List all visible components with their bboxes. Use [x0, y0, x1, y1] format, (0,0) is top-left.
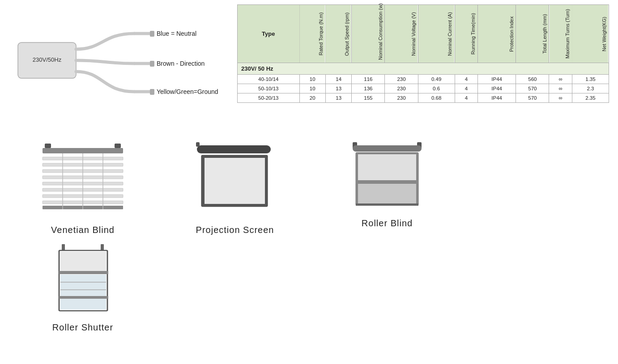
- specs-table: Type Rated Torque (N.m) Output Speed (rp…: [237, 4, 609, 103]
- svg-rect-43: [60, 252, 106, 272]
- col-net-weight: Net Weight(KG): [572, 5, 609, 63]
- cell-protection-1: IP44: [478, 84, 516, 93]
- svg-rect-27: [196, 142, 200, 147]
- cell-protection-0: IP44: [478, 75, 516, 84]
- cell-voltage-2: 230: [385, 93, 418, 103]
- svg-rect-3: [150, 31, 154, 37]
- cell-runtime-2: 4: [455, 93, 478, 103]
- cell-weight-1: 2.3: [572, 84, 609, 93]
- svg-rect-39: [101, 244, 104, 250]
- cell-torque-2: 20: [299, 93, 325, 103]
- cell-length-2: 570: [516, 93, 549, 103]
- svg-text:230V/50Hz: 230V/50Hz: [33, 56, 62, 63]
- svg-rect-48: [59, 296, 108, 299]
- product-projection-screen: Projection Screen: [161, 135, 309, 235]
- venetian-blind-label: Venetian Blind: [51, 225, 115, 235]
- cell-consumption-2: 155: [352, 93, 385, 103]
- cell-type-2: 50-20/13: [238, 93, 300, 103]
- svg-text:Brown  -  Direction: Brown - Direction: [157, 60, 205, 67]
- cell-protection-2: IP44: [478, 93, 516, 103]
- cell-voltage-1: 230: [385, 84, 418, 93]
- cell-consumption-0: 116: [352, 75, 385, 84]
- projection-screen-label: Projection Screen: [196, 225, 274, 235]
- svg-rect-34: [358, 154, 416, 180]
- cell-weight-0: 1.35: [572, 75, 609, 84]
- svg-rect-7: [150, 89, 154, 95]
- cell-current-1: 0.6: [418, 84, 455, 93]
- cell-runtime-0: 4: [455, 75, 478, 84]
- svg-rect-12: [115, 144, 121, 148]
- cell-torque-1: 10: [299, 84, 325, 93]
- svg-text:Yellow/Green=Ground: Yellow/Green=Ground: [157, 88, 218, 95]
- cell-length-1: 570: [516, 84, 549, 93]
- svg-rect-37: [356, 203, 418, 206]
- cell-consumption-1: 136: [352, 84, 385, 93]
- svg-rect-13: [43, 148, 123, 153]
- specs-table-container: Type Rated Torque (N.m) Output Speed (rp…: [237, 4, 609, 103]
- col-rated-torque: Rated Torque (N.m): [299, 5, 325, 63]
- cell-current-2: 0.68: [418, 93, 455, 103]
- col-total-length: Total Length (mm): [516, 5, 549, 63]
- svg-rect-38: [62, 244, 65, 250]
- bottom-section: Venetian Blind Projection Screen: [9, 135, 609, 333]
- col-maximum-turns: Maximum Turns (Turn): [549, 5, 572, 63]
- col-output-speed: Output Speed (rpm): [325, 5, 351, 63]
- cell-runtime-1: 4: [455, 84, 478, 93]
- wire-diagram: 230V/50Hz Blue = Neutral Brown - Directi…: [9, 4, 228, 122]
- col-running-time: Running Time(min): [455, 5, 478, 63]
- col-nominal-consumption: Nominal Consumption (w): [352, 5, 385, 63]
- product-roller-shutter: Roller Shutter: [9, 240, 157, 333]
- roller-blind-label: Roller Blind: [362, 218, 413, 229]
- svg-rect-26: [197, 145, 271, 153]
- svg-text:Blue  =  Neutral: Blue = Neutral: [157, 30, 196, 37]
- svg-rect-29: [205, 158, 265, 204]
- svg-rect-11: [45, 144, 51, 148]
- col-nominal-current: Nominal Current (A): [418, 5, 455, 63]
- cell-speed-0: 14: [325, 75, 351, 84]
- col-type: Type: [238, 5, 300, 63]
- cell-type-0: 40-10/14: [238, 75, 300, 84]
- cell-speed-1: 13: [325, 84, 351, 93]
- table-row: 40-10/14 10 14 116 230 0.49 4 IP44 560 ∞…: [238, 75, 609, 84]
- main-container: 230V/50Hz Blue = Neutral Brown - Directi…: [0, 0, 618, 337]
- table-row: 50-10/13 10 13 136 230 0.6 4 IP44 570 ∞ …: [238, 84, 609, 93]
- section-header-row: 230V/ 50 Hz: [238, 63, 609, 75]
- svg-rect-5: [150, 61, 154, 67]
- cell-turns-1: ∞: [549, 84, 572, 93]
- svg-rect-49: [60, 299, 106, 309]
- roller-shutter-label: Roller Shutter: [52, 322, 113, 333]
- cell-voltage-0: 230: [385, 75, 418, 84]
- cell-current-0: 0.49: [418, 75, 455, 84]
- product-roller-blind: Roller Blind: [313, 135, 461, 235]
- svg-rect-45: [60, 275, 106, 296]
- product-venetian-blind: Venetian Blind: [9, 135, 157, 235]
- svg-rect-35: [356, 180, 418, 184]
- cell-torque-0: 10: [299, 75, 325, 84]
- top-section: 230V/50Hz Blue = Neutral Brown - Directi…: [9, 4, 609, 122]
- svg-rect-44: [59, 271, 108, 274]
- col-nominal-voltage: Nominal Voltage (V): [385, 5, 418, 63]
- svg-rect-36: [358, 184, 416, 203]
- cell-speed-2: 13: [325, 93, 351, 103]
- cell-weight-2: 2.35: [572, 93, 609, 103]
- cell-type-1: 50-10/13: [238, 84, 300, 93]
- table-row: 50-20/13 20 13 155 230 0.68 4 IP44 570 ∞…: [238, 93, 609, 103]
- cell-turns-2: ∞: [549, 93, 572, 103]
- cell-turns-0: ∞: [549, 75, 572, 84]
- col-protection-index: Protection Index: [478, 5, 516, 63]
- cell-length-0: 560: [516, 75, 549, 84]
- svg-rect-32: [353, 145, 422, 152]
- section-header-label: 230V/ 50 Hz: [238, 63, 609, 75]
